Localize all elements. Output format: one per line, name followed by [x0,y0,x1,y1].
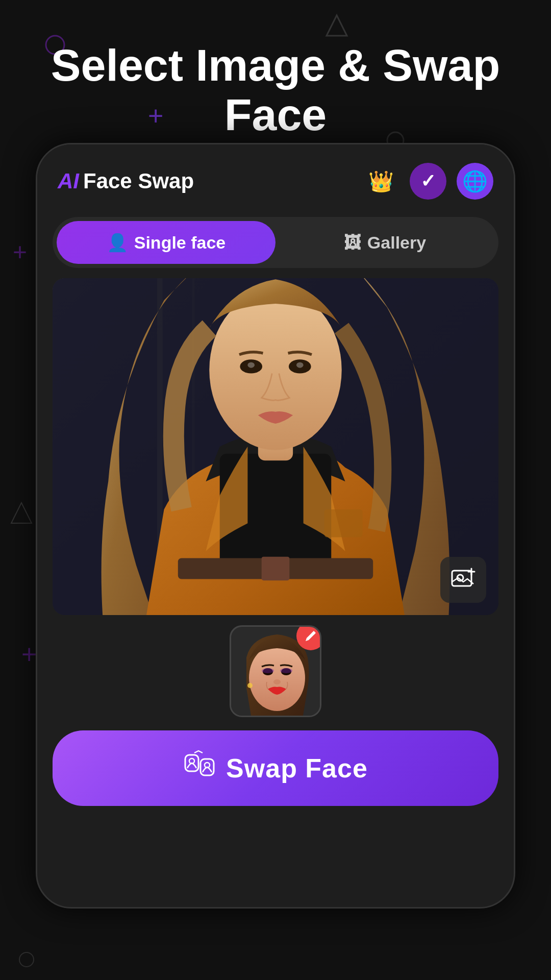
crown-icon: 👑 [368,169,394,193]
gallery-icon: 🖼 [344,233,361,253]
svg-point-20 [247,362,255,368]
tab-gallery[interactable]: 🖼 Gallery [276,222,494,264]
swap-face-label: Swap Face [226,753,368,783]
svg-rect-24 [324,509,363,537]
svg-point-36 [247,683,253,688]
shield-icon: ✓ [420,170,436,192]
svg-point-35 [273,679,281,684]
svg-rect-23 [262,557,290,580]
globe-icon: 🌐 [462,169,488,193]
svg-text:+: + [21,640,37,669]
logo-main-text: Face Swap [83,169,194,193]
add-photo-button[interactable] [440,557,486,603]
svg-point-17 [209,290,341,450]
source-face-area [37,625,514,717]
svg-point-34 [280,668,292,673]
single-face-icon: 👤 [107,232,128,253]
tab-single-face[interactable]: 👤 Single face [57,221,276,264]
crown-button[interactable]: 👑 [363,163,399,200]
app-logo: AI Face Swap [58,169,194,193]
tab-single-face-label: Single face [134,233,226,253]
swap-face-icon [183,749,216,788]
svg-marker-7 [11,503,32,523]
header-icons: 👑 ✓ 🌐 [363,163,493,200]
main-title: Select Image & Swap Face [20,41,531,140]
app-header: AI Face Swap 👑 ✓ 🌐 [37,144,514,212]
globe-button[interactable]: 🌐 [457,163,493,200]
tab-bar: 👤 Single face 🖼 Gallery [53,217,498,268]
svg-rect-25 [452,571,471,586]
shield-button[interactable]: ✓ [410,163,446,200]
main-image-area[interactable] [53,278,498,615]
title-area: Select Image & Swap Face [0,41,551,140]
svg-point-21 [296,362,304,368]
logo-ai-text: AI [58,169,79,193]
svg-point-10 [19,952,34,967]
tab-gallery-label: Gallery [367,233,426,253]
svg-text:+: + [13,238,27,265]
svg-point-30 [249,645,305,711]
svg-point-33 [262,668,274,673]
face-thumbnail[interactable] [230,625,321,717]
svg-marker-1 [327,15,347,36]
phone-mockup: AI Face Swap 👑 ✓ 🌐 👤 Single face 🖼 Galle… [36,143,515,909]
swap-face-button[interactable]: Swap Face [53,730,498,806]
